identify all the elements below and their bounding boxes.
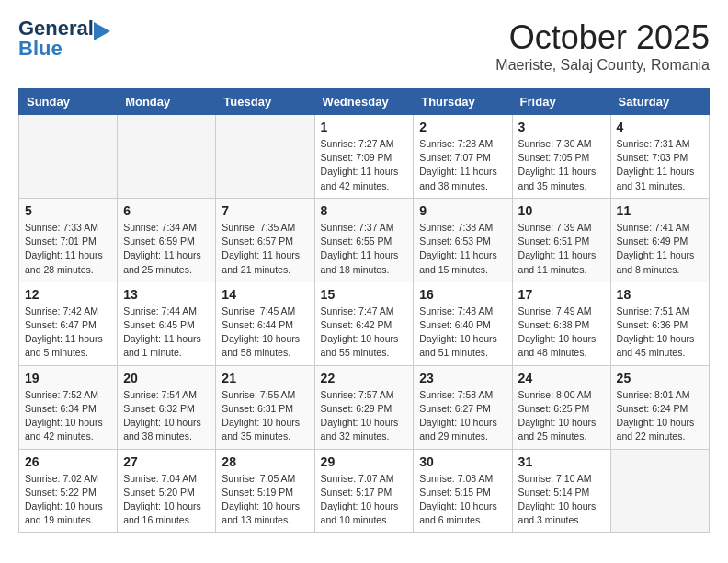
calendar-cell: 9Sunrise: 7:38 AM Sunset: 6:53 PM Daylig… bbox=[414, 198, 512, 282]
day-info: Sunrise: 7:58 AM Sunset: 6:27 PM Dayligh… bbox=[419, 388, 506, 444]
day-number: 13 bbox=[123, 287, 210, 302]
calendar-cell: 25Sunrise: 8:01 AM Sunset: 6:24 PM Dayli… bbox=[610, 365, 709, 449]
calendar-cell: 14Sunrise: 7:45 AM Sunset: 6:44 PM Dayli… bbox=[216, 282, 314, 365]
calendar-cell: 20Sunrise: 7:54 AM Sunset: 6:32 PM Dayli… bbox=[118, 365, 216, 449]
day-number: 14 bbox=[222, 287, 308, 302]
day-info: Sunrise: 8:00 AM Sunset: 6:25 PM Dayligh… bbox=[518, 388, 605, 444]
day-info: Sunrise: 7:38 AM Sunset: 6:53 PM Dayligh… bbox=[419, 221, 506, 277]
day-number: 2 bbox=[419, 120, 506, 134]
day-info: Sunrise: 7:35 AM Sunset: 6:57 PM Dayligh… bbox=[222, 221, 308, 277]
calendar-cell: 19Sunrise: 7:52 AM Sunset: 6:34 PM Dayli… bbox=[19, 365, 118, 449]
day-info: Sunrise: 7:28 AM Sunset: 7:07 PM Dayligh… bbox=[419, 137, 506, 193]
calendar-week-row: 19Sunrise: 7:52 AM Sunset: 6:34 PM Dayli… bbox=[19, 365, 710, 449]
calendar-cell: 12Sunrise: 7:42 AM Sunset: 6:47 PM Dayli… bbox=[19, 282, 118, 365]
day-number: 3 bbox=[518, 120, 605, 134]
day-info: Sunrise: 7:33 AM Sunset: 7:01 PM Dayligh… bbox=[25, 221, 111, 277]
calendar-cell: 21Sunrise: 7:55 AM Sunset: 6:31 PM Dayli… bbox=[216, 365, 314, 449]
calendar-cell bbox=[610, 449, 709, 533]
day-info: Sunrise: 7:49 AM Sunset: 6:38 PM Dayligh… bbox=[518, 304, 605, 361]
logo: General Blue bbox=[18, 18, 94, 59]
day-number: 5 bbox=[25, 203, 111, 218]
day-info: Sunrise: 7:10 AM Sunset: 5:14 PM Dayligh… bbox=[518, 472, 605, 528]
day-number: 24 bbox=[518, 371, 605, 385]
day-number: 30 bbox=[419, 454, 506, 469]
day-info: Sunrise: 7:27 AM Sunset: 7:09 PM Dayligh… bbox=[321, 137, 408, 193]
day-info: Sunrise: 7:41 AM Sunset: 6:49 PM Dayligh… bbox=[617, 221, 703, 277]
calendar-cell: 29Sunrise: 7:07 AM Sunset: 5:17 PM Dayli… bbox=[314, 449, 414, 533]
day-info: Sunrise: 8:01 AM Sunset: 6:24 PM Dayligh… bbox=[617, 388, 703, 444]
weekday-header-sunday: Sunday bbox=[19, 89, 118, 115]
day-info: Sunrise: 7:02 AM Sunset: 5:22 PM Dayligh… bbox=[25, 472, 111, 528]
calendar-cell: 10Sunrise: 7:39 AM Sunset: 6:51 PM Dayli… bbox=[512, 198, 610, 282]
day-info: Sunrise: 7:54 AM Sunset: 6:32 PM Dayligh… bbox=[123, 388, 210, 444]
day-number: 10 bbox=[518, 203, 605, 218]
calendar-cell: 22Sunrise: 7:57 AM Sunset: 6:29 PM Dayli… bbox=[314, 365, 414, 449]
day-number: 27 bbox=[123, 454, 210, 469]
day-number: 17 bbox=[518, 287, 605, 302]
weekday-header-row: SundayMondayTuesdayWednesdayThursdayFrid… bbox=[19, 89, 710, 115]
day-number: 25 bbox=[617, 371, 703, 385]
weekday-header-saturday: Saturday bbox=[610, 89, 709, 115]
day-info: Sunrise: 7:48 AM Sunset: 6:40 PM Dayligh… bbox=[419, 304, 506, 361]
day-number: 23 bbox=[419, 371, 506, 385]
day-number: 9 bbox=[419, 203, 506, 218]
day-info: Sunrise: 7:52 AM Sunset: 6:34 PM Dayligh… bbox=[25, 388, 111, 444]
calendar-cell: 30Sunrise: 7:08 AM Sunset: 5:15 PM Dayli… bbox=[414, 449, 512, 533]
weekday-header-monday: Monday bbox=[118, 89, 216, 115]
calendar-cell: 7Sunrise: 7:35 AM Sunset: 6:57 PM Daylig… bbox=[216, 198, 314, 282]
logo-text: General Blue bbox=[18, 17, 94, 60]
calendar-table: SundayMondayTuesdayWednesdayThursdayFrid… bbox=[18, 88, 710, 533]
day-info: Sunrise: 7:37 AM Sunset: 6:55 PM Dayligh… bbox=[321, 221, 408, 277]
weekday-header-wednesday: Wednesday bbox=[314, 89, 414, 115]
weekday-header-thursday: Thursday bbox=[414, 89, 512, 115]
calendar-cell: 6Sunrise: 7:34 AM Sunset: 6:59 PM Daylig… bbox=[118, 198, 216, 282]
calendar-cell bbox=[216, 115, 314, 199]
day-info: Sunrise: 7:55 AM Sunset: 6:31 PM Dayligh… bbox=[222, 388, 308, 444]
day-info: Sunrise: 7:05 AM Sunset: 5:19 PM Dayligh… bbox=[222, 472, 308, 528]
day-info: Sunrise: 7:45 AM Sunset: 6:44 PM Dayligh… bbox=[222, 304, 308, 361]
calendar-cell: 18Sunrise: 7:51 AM Sunset: 6:36 PM Dayli… bbox=[610, 282, 709, 365]
day-info: Sunrise: 7:39 AM Sunset: 6:51 PM Dayligh… bbox=[518, 221, 605, 277]
day-info: Sunrise: 7:31 AM Sunset: 7:03 PM Dayligh… bbox=[617, 137, 703, 193]
day-info: Sunrise: 7:47 AM Sunset: 6:42 PM Dayligh… bbox=[321, 304, 408, 361]
day-number: 21 bbox=[222, 371, 308, 385]
day-info: Sunrise: 7:42 AM Sunset: 6:47 PM Dayligh… bbox=[25, 304, 111, 361]
calendar-cell: 11Sunrise: 7:41 AM Sunset: 6:49 PM Dayli… bbox=[610, 198, 709, 282]
day-number: 22 bbox=[321, 371, 408, 385]
day-number: 19 bbox=[25, 371, 111, 385]
day-number: 26 bbox=[25, 454, 111, 469]
calendar-cell bbox=[118, 115, 216, 199]
calendar-cell: 2Sunrise: 7:28 AM Sunset: 7:07 PM Daylig… bbox=[414, 115, 512, 199]
day-info: Sunrise: 7:07 AM Sunset: 5:17 PM Dayligh… bbox=[321, 472, 408, 528]
calendar-week-row: 12Sunrise: 7:42 AM Sunset: 6:47 PM Dayli… bbox=[19, 282, 710, 365]
calendar-cell: 23Sunrise: 7:58 AM Sunset: 6:27 PM Dayli… bbox=[414, 365, 512, 449]
day-number: 8 bbox=[321, 203, 408, 218]
month-title: October 2025 bbox=[495, 18, 710, 57]
day-info: Sunrise: 7:44 AM Sunset: 6:45 PM Dayligh… bbox=[123, 304, 210, 361]
day-number: 6 bbox=[123, 203, 210, 218]
calendar-cell bbox=[19, 115, 118, 199]
calendar-cell: 24Sunrise: 8:00 AM Sunset: 6:25 PM Dayli… bbox=[512, 365, 610, 449]
calendar-cell: 3Sunrise: 7:30 AM Sunset: 7:05 PM Daylig… bbox=[512, 115, 610, 199]
day-number: 15 bbox=[321, 287, 408, 302]
calendar-cell: 15Sunrise: 7:47 AM Sunset: 6:42 PM Dayli… bbox=[314, 282, 414, 365]
day-number: 16 bbox=[419, 287, 506, 302]
day-number: 11 bbox=[617, 203, 703, 218]
calendar-cell: 27Sunrise: 7:04 AM Sunset: 5:20 PM Dayli… bbox=[118, 449, 216, 533]
calendar-week-row: 5Sunrise: 7:33 AM Sunset: 7:01 PM Daylig… bbox=[19, 198, 710, 282]
page-header: General Blue October 2025 Maeriste, Sala… bbox=[18, 18, 710, 74]
calendar-week-row: 1Sunrise: 7:27 AM Sunset: 7:09 PM Daylig… bbox=[19, 115, 710, 199]
title-block: October 2025 Maeriste, Salaj County, Rom… bbox=[495, 18, 710, 74]
calendar-cell: 31Sunrise: 7:10 AM Sunset: 5:14 PM Dayli… bbox=[512, 449, 610, 533]
day-info: Sunrise: 7:04 AM Sunset: 5:20 PM Dayligh… bbox=[123, 472, 210, 528]
weekday-header-friday: Friday bbox=[512, 89, 610, 115]
day-number: 18 bbox=[617, 287, 703, 302]
day-number: 31 bbox=[518, 454, 605, 469]
calendar-cell: 5Sunrise: 7:33 AM Sunset: 7:01 PM Daylig… bbox=[19, 198, 118, 282]
calendar-cell: 26Sunrise: 7:02 AM Sunset: 5:22 PM Dayli… bbox=[19, 449, 118, 533]
day-number: 12 bbox=[25, 287, 111, 302]
day-number: 28 bbox=[222, 454, 308, 469]
weekday-header-tuesday: Tuesday bbox=[216, 89, 314, 115]
day-number: 29 bbox=[321, 454, 408, 469]
calendar-cell: 8Sunrise: 7:37 AM Sunset: 6:55 PM Daylig… bbox=[314, 198, 414, 282]
